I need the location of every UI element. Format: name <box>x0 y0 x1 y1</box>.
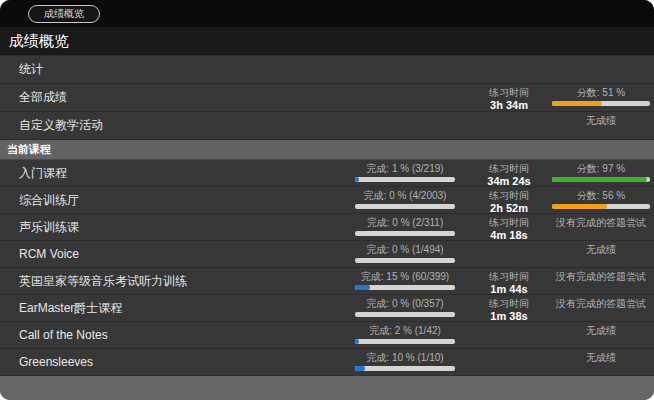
practice-time-cell: 练习时间 4m 18s <box>470 214 548 240</box>
score-cell: 没有完成的答题尝试 <box>548 268 654 294</box>
no-score-status: 无成绩 <box>586 352 616 364</box>
completion-cell: 完成: 0 % (1/494) <box>340 241 470 267</box>
list-item-course[interactable]: Greensleeves 完成: 10 % (1/10) 无成绩 <box>0 349 654 376</box>
list-item-course[interactable]: Call of the Notes 完成: 2 % (1/42) 无成绩 <box>0 322 654 349</box>
completed-progress-fill <box>355 366 365 371</box>
list-item-custom-activities[interactable]: 自定义教学活动 无成绩 <box>0 112 654 140</box>
list-item-course[interactable]: 入门课程 完成: 1 % (3/219) 练习时间 34m 24s 分数: 97… <box>0 160 654 187</box>
row-label: 自定义教学活动 <box>0 112 340 139</box>
tab-score-overview[interactable]: 成绩概览 <box>28 5 100 23</box>
practice-time-label: 练习时间 <box>489 87 529 99</box>
completed-progress-bar <box>355 366 455 371</box>
practice-time-cell <box>470 112 548 139</box>
score-progress-fill <box>552 101 602 106</box>
score-cell: 分数: 56 % <box>548 187 654 213</box>
score-cell: 无成绩 <box>548 322 654 348</box>
completed-progress-bar <box>355 339 455 344</box>
score-cell <box>548 56 654 83</box>
completion-cell: 完成: 2 % (1/42) <box>340 322 470 348</box>
practice-time-cell <box>470 56 548 83</box>
score-progress-bar <box>552 101 650 106</box>
practice-time-cell: 练习时间 1m 38s <box>470 295 548 321</box>
completed-label: 完成: 2 % (1/42) <box>369 325 441 337</box>
score-progress-fill <box>552 177 647 182</box>
completed-label: 完成: 0 % (1/494) <box>366 244 443 256</box>
course-name: EarMaster爵士课程 <box>0 295 340 321</box>
completed-progress-bar <box>355 312 455 317</box>
practice-time-cell: 练习时间 2h 52m <box>470 187 548 213</box>
completion-cell <box>340 84 470 111</box>
score-cell: 无成绩 <box>548 241 654 267</box>
completed-label: 完成: 0 % (0/357) <box>366 298 443 310</box>
completed-label: 完成: 0 % (4/2003) <box>364 190 447 202</box>
practice-time-cell <box>470 322 548 348</box>
score-cell: 分数: 51 % <box>548 84 654 111</box>
list-item-course[interactable]: RCM Voice 完成: 0 % (1/494) 无成绩 <box>0 241 654 268</box>
completed-progress-bar <box>355 204 455 209</box>
list-item-all-results[interactable]: 全部成绩 练习时间 3h 34m 分数: 51 % <box>0 84 654 112</box>
completed-progress-bar <box>355 285 455 290</box>
completed-progress-fill <box>355 285 370 290</box>
practice-time-cell: 练习时间 34m 24s <box>470 160 548 186</box>
score-cell: 没有完成的答题尝试 <box>548 214 654 240</box>
completion-cell: 完成: 10 % (1/10) <box>340 349 470 375</box>
no-score-status: 无成绩 <box>586 115 616 127</box>
list-item-statistics[interactable]: 统计 <box>0 56 654 84</box>
list-item-course[interactable]: 声乐训练课 完成: 0 % (2/311) 练习时间 4m 18s 没有完成的答… <box>0 214 654 241</box>
list-item-course[interactable]: 综合训练厅 完成: 0 % (4/2003) 练习时间 2h 52m 分数: 5… <box>0 187 654 214</box>
course-name: RCM Voice <box>0 241 340 267</box>
practice-time-cell <box>470 349 548 375</box>
practice-time-label: 练习时间 <box>489 271 529 283</box>
score-cell: 无成绩 <box>548 349 654 375</box>
practice-time-label: 练习时间 <box>489 163 529 175</box>
practice-time-cell <box>470 241 548 267</box>
completed-progress-bar <box>355 177 455 182</box>
score-cell: 没有完成的答题尝试 <box>548 295 654 321</box>
completed-progress-bar <box>355 258 455 263</box>
completed-label: 完成: 0 % (2/311) <box>367 217 444 229</box>
completion-cell: 完成: 0 % (2/311) <box>340 214 470 240</box>
completed-progress-fill <box>355 177 359 182</box>
page-title: 成绩概览 <box>0 27 654 56</box>
score-cell: 分数: 97 % <box>548 160 654 186</box>
list-item-course[interactable]: 英国皇家等级音乐考试听力训练 完成: 15 % (60/399) 练习时间 1m… <box>0 268 654 295</box>
row-label: 统计 <box>0 56 340 83</box>
course-name: 入门课程 <box>0 160 340 186</box>
no-score-status: 无成绩 <box>586 325 616 337</box>
score-progress-fill <box>552 204 607 209</box>
window-footer <box>0 376 654 400</box>
score-label: 分数: 97 % <box>577 163 625 175</box>
score-overview-window: 成绩概览 成绩概览 统计 全部成绩 练习时间 3h 34m 分数: 51 % 自… <box>0 0 654 400</box>
course-name: 英国皇家等级音乐考试听力训练 <box>0 268 340 294</box>
practice-time-value: 3h 34m <box>490 99 528 112</box>
score-label: 分数: 56 % <box>577 190 625 202</box>
course-name: 综合训练厅 <box>0 187 340 213</box>
practice-time-cell: 练习时间 1m 44s <box>470 268 548 294</box>
no-score-status: 无成绩 <box>586 244 616 256</box>
no-attempts-status: 没有完成的答题尝试 <box>556 271 646 283</box>
row-label: 全部成绩 <box>0 84 340 111</box>
completed-label: 完成: 15 % (60/399) <box>361 271 449 283</box>
score-progress-bar <box>552 204 650 209</box>
completed-label: 完成: 1 % (3/219) <box>366 163 443 175</box>
practice-time-label: 练习时间 <box>489 298 529 310</box>
completion-cell: 完成: 0 % (0/357) <box>340 295 470 321</box>
score-label: 分数: 51 % <box>577 87 625 99</box>
practice-time-cell: 练习时间 3h 34m <box>470 84 548 111</box>
completion-cell <box>340 112 470 139</box>
list-item-course[interactable]: EarMaster爵士课程 完成: 0 % (0/357) 练习时间 1m 38… <box>0 295 654 322</box>
window-tab-bar: 成绩概览 <box>0 0 654 27</box>
section-header-current-courses: 当前课程 <box>0 140 654 160</box>
score-cell: 无成绩 <box>548 112 654 139</box>
completed-progress-bar <box>355 231 455 236</box>
practice-time-label: 练习时间 <box>489 190 529 202</box>
completion-cell <box>340 56 470 83</box>
completed-label: 完成: 10 % (1/10) <box>366 352 443 364</box>
no-attempts-status: 没有完成的答题尝试 <box>556 217 646 229</box>
completion-cell: 完成: 0 % (4/2003) <box>340 187 470 213</box>
completion-cell: 完成: 15 % (60/399) <box>340 268 470 294</box>
completed-progress-fill <box>355 339 359 344</box>
practice-time-label: 练习时间 <box>489 217 529 229</box>
course-name: Call of the Notes <box>0 322 340 348</box>
course-name: 声乐训练课 <box>0 214 340 240</box>
